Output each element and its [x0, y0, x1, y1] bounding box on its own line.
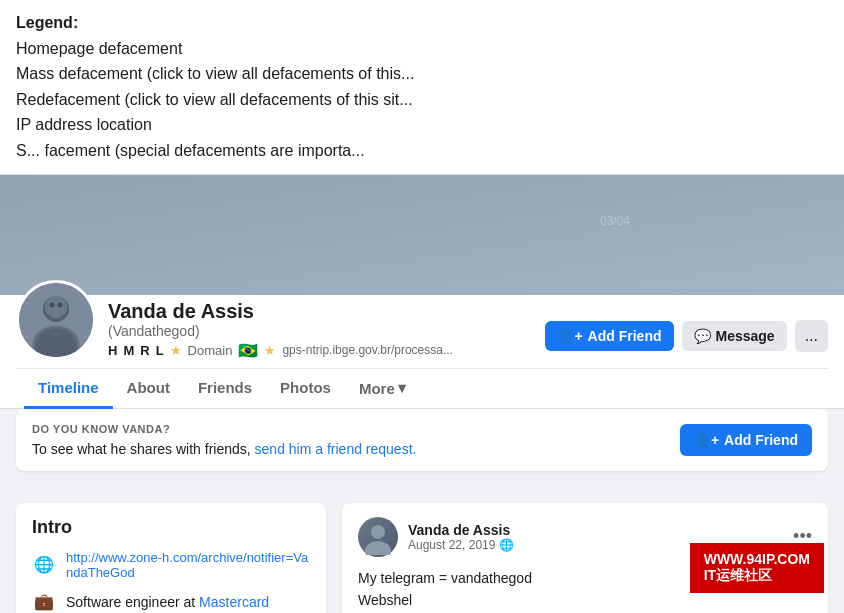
intro-job-text: Software engineer at Mastercard [66, 594, 269, 610]
watermark-line1: WWW.94IP.COM [704, 551, 810, 567]
know-banner-title: DO YOU KNOW VANDA? [32, 423, 416, 435]
work-icon: 💼 [32, 590, 56, 613]
profile-tabs: Timeline About Friends Photos More ▾ [16, 368, 828, 408]
brazil-flag: 🇧🇷 [238, 341, 258, 360]
svg-point-7 [45, 296, 67, 318]
intro-card: Intro 🌐 http://www.zone-h.com/archive/no… [16, 503, 326, 613]
profile-badges: H M R L ★ Domain 🇧🇷 ★ gps-ntrip.ibge.gov… [108, 341, 545, 360]
know-banner-left: DO YOU KNOW VANDA? To see what he shares… [32, 423, 416, 457]
add-friend-banner-button[interactable]: 👤+ Add Friend [680, 424, 812, 456]
globe-icon: 🌐 [32, 553, 56, 577]
more-button[interactable]: ... [795, 320, 828, 352]
add-friend-button[interactable]: 👤+ Add Friend [545, 321, 673, 351]
intro-link[interactable]: http://www.zone-h.com/archive/notifier=V… [66, 550, 310, 580]
star-icon-2: ★ [264, 343, 276, 358]
profile-bar: Vanda de Assis (Vandathegod) H M R L ★ D… [0, 295, 844, 409]
post-date-text: August 22, 2019 [408, 538, 495, 552]
avatar [16, 280, 96, 360]
intro-link-item: 🌐 http://www.zone-h.com/archive/notifier… [32, 550, 310, 580]
svg-point-11 [365, 541, 391, 555]
svg-point-8 [50, 302, 55, 307]
watermark: WWW.94IP.COM IT运维社区 [690, 543, 824, 593]
know-banner-text: To see what he shares with friends, send… [32, 441, 416, 457]
left-col: Intro 🌐 http://www.zone-h.com/archive/no… [16, 503, 326, 613]
legend-area: Legend: Homepage defacement Mass defacem… [0, 0, 844, 175]
chevron-down-icon: ▾ [398, 379, 406, 397]
intro-title: Intro [32, 517, 310, 538]
profile-name: Vanda de Assis [108, 299, 545, 323]
post-visibility: 🌐 [499, 538, 514, 552]
know-banner: DO YOU KNOW VANDA? To see what he shares… [16, 409, 828, 471]
message-label: Message [716, 328, 775, 344]
intro-job-item: 💼 Software engineer at Mastercard [32, 590, 310, 613]
svg-rect-1 [0, 175, 844, 295]
cover-photo: 03/04 [0, 175, 844, 295]
cover-bg: 03/04 [0, 175, 844, 295]
svg-text:03/04: 03/04 [600, 214, 630, 228]
url-snippet: gps-ntrip.ibge.gov.br/processa... [282, 343, 453, 357]
add-friend-banner-label: Add Friend [724, 432, 798, 448]
profile-info-row: Vanda de Assis (Vandathegod) H M R L ★ D… [16, 295, 828, 368]
svg-point-9 [58, 302, 63, 307]
avatar-wrap [16, 280, 96, 360]
badge-l: L [156, 343, 164, 358]
message-icon: 💬 [694, 328, 711, 344]
legend-item-4: IP address location [16, 112, 828, 138]
badge-m: M [123, 343, 134, 358]
badge-r: R [140, 343, 149, 358]
add-friend-label: Add Friend [588, 328, 662, 344]
cover-svg: 03/04 [0, 175, 844, 295]
post-date: August 22, 2019 🌐 [408, 538, 514, 552]
tab-timeline[interactable]: Timeline [24, 369, 113, 409]
intro-job-label: Software engineer at [66, 594, 195, 610]
friend-request-link[interactable]: send him a friend request. [255, 441, 417, 457]
message-button[interactable]: 💬 Message [682, 321, 787, 351]
post-author-block: Vanda de Assis August 22, 2019 🌐 [408, 522, 514, 552]
tab-friends[interactable]: Friends [184, 369, 266, 409]
domain-label: Domain [188, 343, 233, 358]
post-avatar [358, 517, 398, 557]
legend-item-3: Redefacement (click to view all defaceme… [16, 87, 828, 113]
post-author-name: Vanda de Assis [408, 522, 514, 538]
add-person-icon: 👤+ [694, 432, 719, 448]
legend-item-2: Mass defacement (click to view all defac… [16, 61, 828, 87]
add-friend-icon: 👤+ [557, 328, 582, 344]
watermark-line2: IT运维社区 [704, 567, 810, 585]
profile-actions: 👤+ Add Friend 💬 Message ... [545, 320, 828, 360]
know-banner-text-pre: To see what he shares with friends, [32, 441, 255, 457]
tab-photos[interactable]: Photos [266, 369, 345, 409]
tab-about[interactable]: About [113, 369, 184, 409]
legend-item-1: Homepage defacement [16, 36, 828, 62]
badge-h: H [108, 343, 117, 358]
tab-more-label: More [359, 380, 395, 397]
legend-title: Legend: [16, 10, 828, 36]
tab-more[interactable]: More ▾ [345, 369, 420, 407]
star-icon: ★ [170, 343, 182, 358]
post-avatar-svg [360, 519, 396, 555]
intro-company-link[interactable]: Mastercard [199, 594, 269, 610]
svg-point-10 [371, 525, 385, 539]
profile-username: (Vandathegod) [108, 323, 545, 339]
legend-item-5: S... facement (special defacements are i… [16, 138, 828, 164]
avatar-svg [19, 283, 93, 357]
profile-name-block: Vanda de Assis (Vandathegod) H M R L ★ D… [108, 299, 545, 360]
